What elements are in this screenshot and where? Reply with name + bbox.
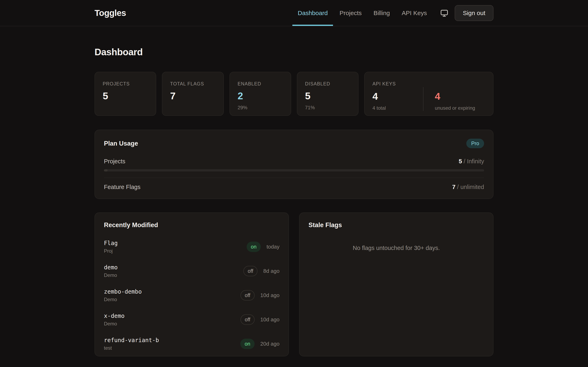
flag-name: Flag	[104, 240, 118, 247]
stat-value: 7	[170, 90, 215, 101]
stat-label: ENABLED	[238, 81, 283, 87]
stat-sub: 71%	[305, 105, 350, 110]
stat-value: 4	[372, 91, 423, 102]
api-keys-total: 4 4 total	[372, 87, 423, 111]
stat-label: PROJECTS	[103, 81, 148, 87]
flag-info: x-demo Demo	[104, 313, 125, 327]
flag-row[interactable]: refund-variant-b test on 20d ago	[104, 337, 279, 351]
flag-project: Demo	[104, 272, 118, 278]
api-keys-alert: 4 unused or expiring	[423, 87, 485, 111]
plan-row-limit: / unlimited	[457, 184, 484, 190]
plan-row-count: 7	[452, 184, 456, 190]
plan-divider	[104, 178, 484, 178]
stat-value: 4	[435, 91, 485, 102]
flag-status-badge: on	[247, 242, 261, 252]
flag-status-badge: off	[241, 314, 255, 325]
recently-modified-title: Recently Modified	[104, 221, 279, 229]
stat-card-disabled: DISABLED 5 71%	[297, 72, 359, 116]
flag-name: refund-variant-b	[104, 337, 159, 343]
nav-tab-projects[interactable]: Projects	[334, 0, 367, 26]
flag-modified-time: 8d ago	[263, 268, 279, 274]
stat-card-total-flags: TOTAL FLAGS 7	[162, 72, 224, 116]
stat-value: 5	[103, 90, 148, 101]
stat-sub: 29%	[238, 105, 283, 110]
flag-project: test	[104, 345, 159, 351]
primary-nav: Dashboard Projects Billing API Keys	[292, 0, 432, 26]
flag-modified-time: 10d ago	[260, 292, 279, 299]
flag-status-badge: off	[243, 266, 258, 276]
nav-tab-dashboard[interactable]: Dashboard	[292, 0, 333, 26]
flag-row[interactable]: zembo-dembo Demo off 10d ago	[104, 288, 279, 302]
plan-badge: Pro	[466, 139, 484, 148]
bottom-panels: Recently Modified Flag Proj on today dem…	[95, 212, 493, 356]
plan-usage-card: Plan Usage Pro Projects 5 / Infinity Fea…	[95, 130, 493, 199]
flag-modified-time: 20d ago	[260, 341, 279, 347]
recently-modified-list: Flag Proj on today demo Demo off	[104, 240, 279, 351]
sign-out-button[interactable]: Sign out	[455, 5, 493, 21]
plan-row-label: Projects	[104, 158, 125, 165]
stat-label: TOTAL FLAGS	[170, 81, 215, 87]
flag-info: zembo-dembo Demo	[104, 288, 142, 302]
nav-tab-billing[interactable]: Billing	[368, 0, 395, 26]
flag-row[interactable]: x-demo Demo off 10d ago	[104, 313, 279, 327]
plan-row-label: Feature Flags	[104, 184, 140, 191]
stat-label: API KEYS	[372, 81, 485, 87]
projects-progress-fill	[104, 169, 108, 171]
top-nav-bar: Toggles Dashboard Projects Billing API K…	[0, 0, 588, 26]
plan-row-projects: Projects 5 / Infinity	[104, 158, 484, 165]
stale-flags-empty-message: No flags untouched for 30+ days.	[309, 245, 484, 251]
flag-name: zembo-dembo	[104, 288, 142, 295]
flag-project: Demo	[104, 297, 142, 302]
flag-status-badge: on	[240, 339, 255, 349]
app-logo: Toggles	[95, 8, 126, 18]
flag-info: Flag Proj	[104, 240, 118, 254]
plan-row-limit: / Infinity	[464, 158, 484, 165]
nav-tab-api-keys[interactable]: API Keys	[397, 0, 432, 26]
stat-sub: unused or expiring	[435, 105, 485, 111]
stat-sub: 4 total	[372, 105, 423, 111]
stat-card-enabled: ENABLED 2 29%	[229, 72, 291, 116]
flag-name: x-demo	[104, 313, 125, 319]
plan-row-value: 7 / unlimited	[452, 184, 484, 191]
dashboard-main: Dashboard PROJECTS 5 TOTAL FLAGS 7 ENABL…	[95, 47, 493, 367]
stats-row: PROJECTS 5 TOTAL FLAGS 7 ENABLED 2 29% D…	[95, 72, 493, 116]
stat-value: 5	[305, 90, 350, 101]
stat-label: DISABLED	[305, 81, 350, 87]
flag-info: demo Demo	[104, 264, 118, 278]
flag-name: demo	[104, 264, 118, 271]
flag-project: Demo	[104, 321, 125, 327]
flag-project: Proj	[104, 248, 118, 254]
flag-row[interactable]: demo Demo off 8d ago	[104, 264, 279, 278]
plan-row-count: 5	[459, 158, 462, 165]
plan-usage-title: Plan Usage	[104, 140, 138, 147]
page-title: Dashboard	[95, 47, 493, 58]
flag-info: refund-variant-b test	[104, 337, 159, 351]
monitor-icon[interactable]	[440, 9, 449, 17]
projects-progress-bar	[104, 169, 484, 171]
stale-flags-card: Stale Flags No flags untouched for 30+ d…	[299, 212, 493, 356]
stat-card-projects: PROJECTS 5	[95, 72, 156, 116]
flag-modified-time: 10d ago	[260, 317, 279, 323]
recently-modified-card: Recently Modified Flag Proj on today dem…	[95, 212, 289, 356]
flag-status-badge: off	[241, 290, 255, 300]
plan-row-value: 5 / Infinity	[459, 158, 484, 165]
plan-row-feature-flags: Feature Flags 7 / unlimited	[104, 184, 484, 191]
stale-flags-title: Stale Flags	[309, 221, 484, 229]
flag-row[interactable]: Flag Proj on today	[104, 240, 279, 254]
flag-modified-time: today	[267, 244, 279, 250]
stat-value: 2	[238, 90, 283, 101]
stat-card-api-keys: API KEYS 4 4 total 4 unused or expiring	[364, 72, 493, 116]
